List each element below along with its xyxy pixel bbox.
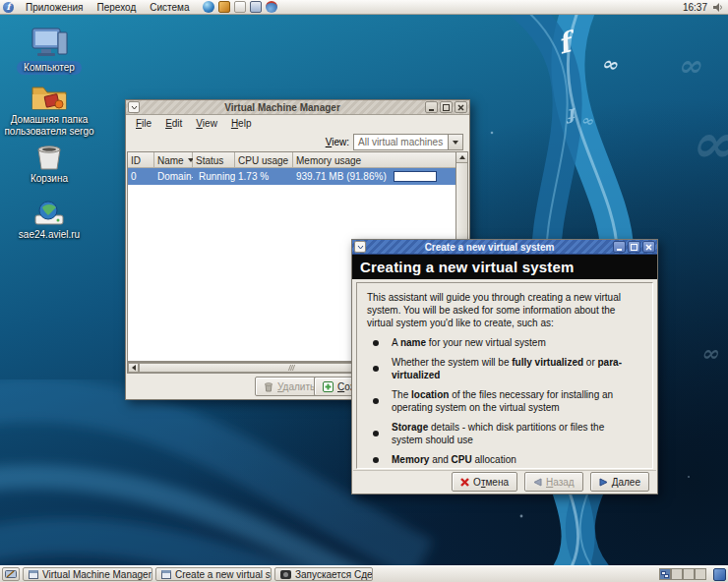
workspace-cell[interactable] [683, 568, 695, 580]
wizard-window-title: Create a new virtual system [368, 242, 611, 253]
window-icon [161, 570, 171, 579]
camera-icon [280, 570, 291, 579]
svg-text:∞: ∞ [700, 340, 719, 366]
wizard-heading: Creating a new virtual system [352, 255, 657, 279]
wizard-bullet-item: Storage details - which disk partitions … [373, 421, 648, 446]
desktop-icon-trash[interactable]: Корзина [0, 144, 98, 185]
window-icon [29, 570, 38, 579]
menu-places[interactable]: Переход [91, 0, 144, 15]
wizard-bullet-item: Memory and CPU allocation [373, 453, 648, 466]
mail-launcher-icon[interactable] [218, 1, 230, 13]
bullet-dot-icon [373, 340, 379, 346]
memory-progressbar [394, 171, 437, 182]
next-button[interactable]: Далее [590, 472, 649, 492]
wizard-titlebar[interactable]: Create a new virtual system [352, 240, 657, 255]
svg-text:∞: ∞ [689, 110, 728, 175]
desktop-icon-network-server[interactable]: sae24.aviel.ru [0, 200, 98, 241]
svg-text:∞: ∞ [677, 48, 701, 83]
wizard-bullet-item: Whether the system will be fully virtual… [373, 356, 648, 381]
clock[interactable]: 16:37 [683, 2, 707, 13]
scroll-up-icon[interactable] [456, 152, 467, 163]
close-icon[interactable] [642, 241, 655, 253]
bottom-taskbar: Virtual Machine Manager Create a new vir… [0, 565, 728, 582]
cancel-button[interactable]: Отмена [452, 472, 517, 492]
minimize-icon[interactable] [613, 241, 626, 253]
trash-icon [34, 144, 64, 171]
trash-icon [264, 381, 273, 392]
bullet-dot-icon [373, 457, 379, 463]
back-arrow-icon [533, 478, 542, 487]
wizard-content: This assistant will guide you through cr… [356, 282, 653, 469]
menu-view[interactable]: View [190, 117, 223, 130]
wizard-bullet-item: A name for your new virtual system [373, 336, 648, 349]
view-filter-label: View: [326, 137, 349, 147]
window-menu-icon[interactable] [128, 101, 140, 113]
maximize-icon[interactable] [440, 101, 453, 113]
home-folder-icon [30, 83, 69, 112]
col-header-id[interactable]: ID [128, 152, 154, 168]
desktop-icon-computer[interactable]: Компьютер [0, 28, 98, 75]
network-server-icon [31, 200, 67, 227]
desktop-icon-home-folder[interactable]: Домашняя папка пользователя sergo [0, 83, 98, 138]
menu-edit[interactable]: Edit [159, 117, 188, 130]
taskbar-button-starting-app[interactable]: Запускается Сделать с... [274, 567, 373, 581]
workspace-cell[interactable] [659, 568, 671, 580]
col-header-status[interactable]: Status [193, 152, 235, 168]
computer-icon [29, 28, 70, 57]
col-header-name[interactable]: Name [154, 152, 193, 168]
chevron-down-icon[interactable] [448, 135, 462, 149]
display-launcher-icon[interactable] [250, 1, 262, 13]
documents-launcher-icon[interactable] [234, 1, 246, 13]
desktop-icon-label: Домашняя папка пользователя sergo [4, 114, 94, 138]
panel-launchers [203, 1, 277, 13]
back-button[interactable]: Назад [524, 472, 583, 492]
wizard-window: Create a new virtual system Creating a n… [351, 239, 658, 495]
distro-menu-icon[interactable]: f [3, 2, 14, 13]
vmm-titlebar[interactable]: Virtual Machine Manager [126, 100, 469, 115]
vm-table-header: ID Name Status CPU usage Memory usage [128, 152, 467, 168]
bullet-dot-icon [373, 366, 379, 372]
scroll-left-icon[interactable] [128, 363, 139, 373]
taskbar-button-vmm[interactable]: Virtual Machine Manager [23, 567, 152, 581]
menu-applications[interactable]: Приложения [19, 0, 91, 15]
next-arrow-icon [599, 478, 608, 487]
vm-memory-text: 939.71 MB (91.86%) [296, 171, 387, 182]
workspace-cell[interactable] [671, 568, 683, 580]
col-header-memory[interactable]: Memory usage [293, 152, 467, 168]
help-launcher-icon[interactable] [266, 1, 277, 13]
wizard-button-row: Отмена Назад Далее [353, 470, 656, 493]
desktop-icon-label: Корзина [0, 173, 98, 185]
cancel-x-icon [460, 478, 469, 487]
wizard-bullet-item: The location of the files necessary for … [373, 388, 648, 414]
menu-help[interactable]: Help [225, 117, 258, 130]
volume-icon[interactable] [712, 2, 724, 13]
window-menu-icon[interactable] [354, 241, 366, 253]
bullet-dot-icon [373, 398, 379, 404]
desktop-icon-label: Компьютер [17, 61, 82, 75]
view-filter-value: All virtual machines [354, 137, 448, 147]
desktop-icon-label: sae24.aviel.ru [0, 229, 98, 241]
new-vm-icon [323, 381, 334, 392]
maximize-icon[interactable] [628, 241, 640, 253]
view-filter-combobox[interactable]: All virtual machines [353, 134, 463, 150]
workspace-cell[interactable] [695, 568, 706, 580]
desktop-root: f∞f∞∞∞∞ff∞∞∞f f Приложения Переход Систе… [0, 0, 728, 582]
minimize-icon[interactable] [425, 101, 438, 113]
menu-file[interactable]: File [130, 117, 157, 130]
vmm-window-title: Virtual Machine Manager [142, 102, 423, 113]
vm-status-text: Running [199, 171, 235, 182]
taskbar-button-wizard[interactable]: Create a new virtual syst... [155, 567, 272, 581]
top-panel: f Приложения Переход Система 16:37 [0, 0, 728, 15]
bullet-dot-icon [373, 431, 379, 436]
corner-applet-icon[interactable] [713, 568, 726, 581]
browser-launcher-icon[interactable] [203, 1, 214, 13]
vm-table-row[interactable]: 0 Domain-0 Running 1.73 % 939.71 MB (91.… [128, 168, 467, 185]
show-desktop-icon[interactable] [2, 567, 20, 581]
workspace-switcher [659, 568, 706, 580]
wizard-bullets: A name for your new virtual systemWhethe… [357, 336, 652, 466]
wizard-intro-text: This assistant will guide you through cr… [367, 291, 642, 329]
menu-system[interactable]: Система [143, 0, 196, 15]
vmm-menubar: File Edit View Help [126, 115, 469, 132]
close-icon[interactable] [455, 101, 467, 113]
col-header-cpu[interactable]: CPU usage [235, 152, 293, 168]
